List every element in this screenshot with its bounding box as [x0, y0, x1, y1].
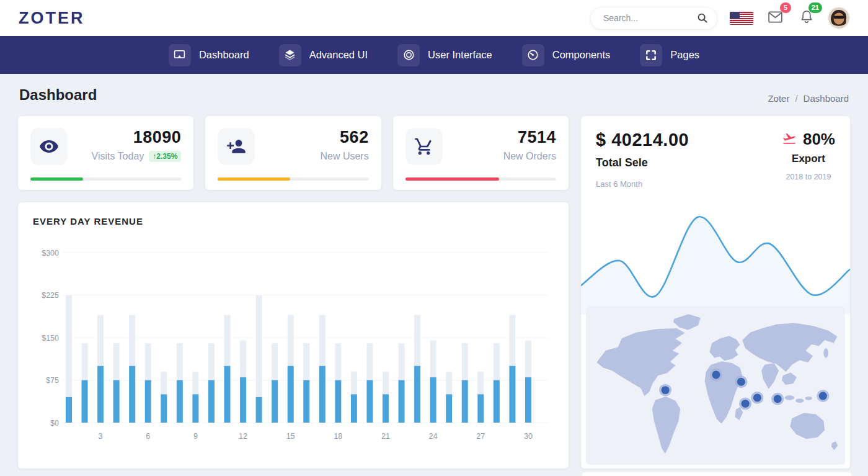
- stat-value: 562: [320, 128, 368, 147]
- revenue-chart-title: EVERY DAY REVENUE: [33, 216, 554, 227]
- dashboard-app: ZOTER 5 21: [0, 0, 868, 476]
- world-map: [586, 306, 845, 465]
- nav-item-dashboard[interactable]: Dashboard: [169, 44, 249, 66]
- export-summary: 80% Export 2018 to 2019: [782, 130, 835, 189]
- layers-icon: [279, 44, 301, 66]
- cart-icon: [405, 128, 443, 165]
- nav-label: Advanced UI: [309, 49, 368, 61]
- revenue-card: EVERY DAY REVENUE $300$225$150$75$036912…: [18, 202, 569, 469]
- nav-label: Dashboard: [199, 49, 249, 61]
- breadcrumb-separator: /: [795, 93, 797, 104]
- trend-badge: ↑2.35%: [149, 151, 181, 162]
- south-america-shape: [652, 397, 680, 454]
- svg-text:24: 24: [429, 432, 438, 441]
- svg-text:30: 30: [524, 432, 533, 441]
- page-title: Dashboard: [19, 86, 97, 104]
- top-header: ZOTER 5 21: [0, 0, 868, 36]
- export-percent: 80%: [803, 130, 835, 149]
- stat-value: 7514: [503, 128, 556, 147]
- user-avatar[interactable]: [828, 7, 849, 29]
- europe-shape: [709, 336, 740, 361]
- next-row-card-peek: [582, 472, 851, 476]
- nav-item-user-interface[interactable]: User Interface: [397, 44, 492, 66]
- main-nav: Dashboard Advanced UI User Interface Com…: [0, 36, 868, 74]
- sales-trend-chart: [581, 203, 850, 315]
- svg-text:12: 12: [239, 432, 247, 441]
- map-marker: [742, 400, 750, 408]
- svg-text:9: 9: [193, 432, 198, 441]
- expand-icon: [640, 44, 662, 66]
- map-marker: [819, 392, 827, 400]
- mail-badge: 5: [780, 2, 791, 13]
- svg-text:3: 3: [99, 432, 103, 441]
- new-zealand-shape: [831, 441, 838, 450]
- nav-label: Components: [552, 49, 611, 61]
- north-america-shape: [596, 328, 685, 396]
- map-marker: [753, 393, 761, 402]
- stat-label: New Users: [320, 151, 368, 162]
- stat-card-new-orders: 7514 New Orders: [393, 116, 569, 190]
- notification-badge: 21: [808, 2, 822, 13]
- add-user-icon: [218, 128, 255, 165]
- svg-text:$225: $225: [42, 291, 59, 300]
- asia-shape: [742, 323, 837, 372]
- nav-item-pages[interactable]: Pages: [640, 44, 699, 66]
- india-shape: [761, 363, 779, 389]
- se-asia-shape: [782, 372, 797, 385]
- svg-text:$300: $300: [42, 249, 59, 258]
- eye-icon: [30, 128, 68, 165]
- gauge-icon: [522, 44, 544, 66]
- stat-card-visits: 18090 Visits Today ↑2.35%: [18, 116, 193, 190]
- breadcrumb: Zoter / Dashboard: [768, 93, 849, 104]
- map-marker: [662, 386, 670, 394]
- export-range[interactable]: 2018 to 2019: [782, 173, 835, 181]
- svg-text:$0: $0: [50, 419, 59, 428]
- breadcrumb-parent[interactable]: Zoter: [768, 93, 789, 104]
- progress-bar: [405, 177, 556, 181]
- svg-text:18: 18: [334, 432, 342, 441]
- us-flag-icon[interactable]: [730, 12, 753, 25]
- stat-value: 18090: [92, 128, 182, 147]
- svg-text:15: 15: [286, 432, 295, 441]
- svg-text:21: 21: [381, 432, 390, 441]
- plane-takeoff-icon: [782, 131, 797, 148]
- sales-summary: $ 40214.00 Total Sele Last 6 Month: [596, 130, 689, 189]
- nav-label: User Interface: [428, 49, 492, 61]
- nav-item-components[interactable]: Components: [522, 44, 611, 66]
- mail-button[interactable]: 5: [766, 7, 785, 29]
- stat-label: New Orders: [503, 151, 556, 162]
- search-icon[interactable]: [696, 12, 709, 27]
- search-box: [590, 7, 717, 30]
- map-marker: [737, 378, 745, 386]
- total-sale-amount: $ 40214.00: [596, 130, 689, 150]
- total-sale-title: Total Sele: [596, 156, 689, 169]
- madagascar-shape: [735, 407, 743, 420]
- breadcrumb-current: Dashboard: [804, 93, 849, 104]
- progress-bar: [30, 177, 181, 181]
- total-sale-subtitle: Last 6 Month: [596, 179, 689, 189]
- total-sale-card: $ 40214.00 Total Sele Last 6 Month 80% E…: [581, 116, 850, 469]
- nav-item-advanced-ui[interactable]: Advanced UI: [279, 44, 368, 66]
- greenland-shape: [673, 314, 701, 330]
- svg-text:$150: $150: [42, 334, 59, 343]
- notifications-button[interactable]: 21: [797, 7, 816, 29]
- svg-text:27: 27: [476, 432, 485, 441]
- export-label: Export: [782, 153, 835, 165]
- nav-label: Pages: [670, 49, 699, 61]
- target-icon: [397, 44, 420, 66]
- svg-text:6: 6: [146, 432, 150, 441]
- revenue-bar-chart: $300$225$150$75$036912151821242730: [33, 241, 554, 447]
- stat-label: Visits Today: [92, 151, 144, 162]
- stat-card-new-users: 562 New Users: [205, 116, 381, 190]
- map-marker: [712, 370, 720, 379]
- map-marker: [774, 395, 782, 403]
- australia-shape: [790, 413, 825, 439]
- monitor-icon: [169, 44, 191, 66]
- svg-text:$75: $75: [46, 376, 59, 385]
- app-logo[interactable]: ZOTER: [19, 9, 85, 28]
- progress-bar: [218, 177, 368, 181]
